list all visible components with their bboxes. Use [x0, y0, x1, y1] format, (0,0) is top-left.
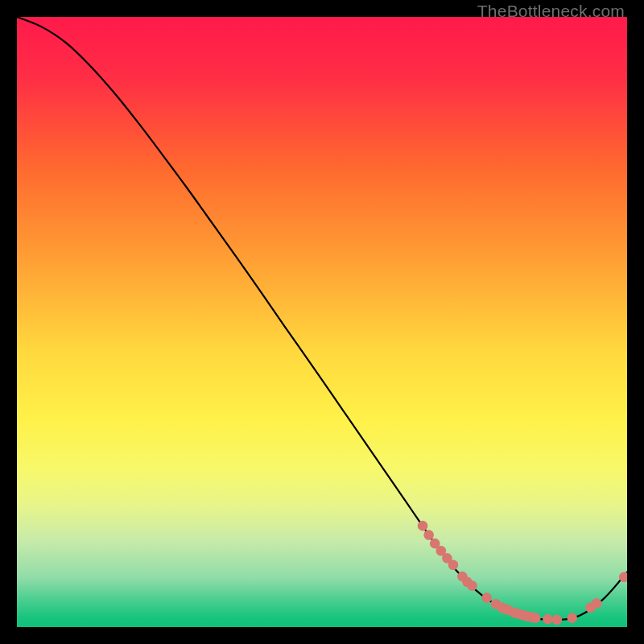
data-point	[423, 530, 434, 540]
data-point	[552, 615, 563, 625]
data-point	[448, 559, 459, 570]
data-point	[592, 598, 602, 609]
data-point	[481, 592, 492, 603]
data-point	[567, 613, 577, 623]
plot-area	[17, 17, 627, 627]
data-point	[467, 580, 477, 591]
data-markers	[418, 521, 627, 625]
data-point	[543, 614, 553, 625]
data-point	[418, 521, 428, 531]
chart-stage: TheBottleneck.com	[0, 0, 644, 644]
curve-line	[17, 17, 627, 620]
data-point	[530, 613, 541, 623]
chart-svg	[17, 17, 627, 627]
